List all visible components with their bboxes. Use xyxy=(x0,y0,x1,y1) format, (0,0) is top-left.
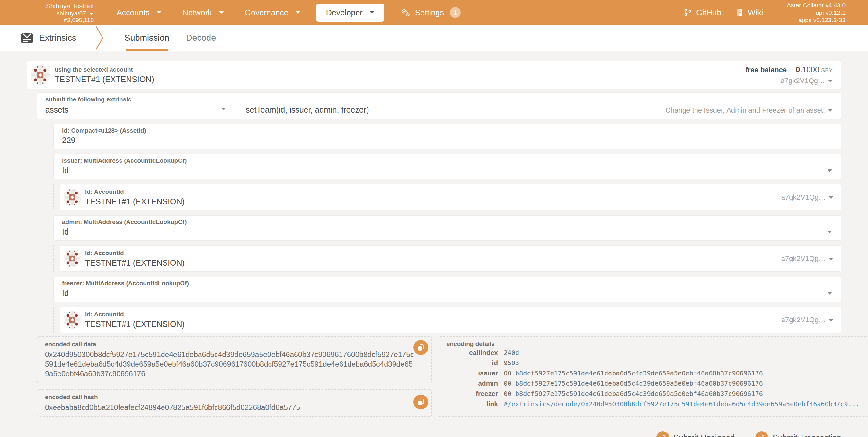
encoding-details-title: encoding details xyxy=(446,340,860,347)
param-admin-label: admin: MultiAddress (AccountIdLookupOf) xyxy=(62,218,833,226)
github-link[interactable]: GitHub xyxy=(684,8,721,17)
chevron-down-icon xyxy=(829,258,833,260)
account-address-select[interactable]: a7gk2V1Qg… xyxy=(781,193,833,201)
chevron-down-icon xyxy=(828,80,833,82)
menu-developer[interactable]: Developer xyxy=(316,3,384,22)
chevron-down-icon xyxy=(828,169,832,172)
account-identicon xyxy=(63,188,81,206)
main-menu: Accounts Network Governance Developer Se… xyxy=(106,0,471,25)
decode-link[interactable]: #/extrinsics/decode/0x240d950300b8dcf592… xyxy=(504,399,860,409)
account-address-select[interactable]: a7gk2V1Qg… xyxy=(746,77,833,85)
network-spec: shibuya/87 xyxy=(0,10,94,17)
breadcrumb-chevron xyxy=(95,25,104,51)
account-identicon xyxy=(63,249,81,268)
chevron-down-icon xyxy=(157,11,161,14)
app-window: Shibuya Testnet shibuya/87 #3,095,110 Ac… xyxy=(0,0,868,437)
chevron-down-icon xyxy=(370,11,374,14)
copy-icon xyxy=(417,398,425,406)
copy-icon xyxy=(417,344,425,351)
encoded-call-hash-value: 0xeebaba8cd0b5a210feafecf24894e07825a591… xyxy=(45,403,424,412)
extrinsics-icon xyxy=(20,31,34,45)
chevron-down-icon xyxy=(219,11,224,14)
menu-accounts[interactable]: Accounts xyxy=(106,0,172,25)
nested-param: Id: AccountId TESTNET#1 (EXTENSION) a7gk… xyxy=(53,307,841,333)
chevron-down-icon xyxy=(296,11,300,14)
extrinsic-selection-card: submit the following extrinsic assets se… xyxy=(37,92,841,119)
menu-network[interactable]: Network xyxy=(172,0,234,25)
freezer-account-row: Id: AccountId TESTNET#1 (EXTENSION) a7gk… xyxy=(60,307,841,333)
chevron-down-icon xyxy=(221,108,226,110)
chevron-down-icon xyxy=(828,292,832,295)
free-balance: free balance 0.1000SBY xyxy=(746,65,833,74)
wiki-link[interactable]: Wiki xyxy=(736,8,763,17)
param-id-label: id: Compact<u128> (AssetId) xyxy=(62,127,833,134)
book-icon xyxy=(736,8,744,17)
submit-unsigned-button[interactable]: Submit Unsigned xyxy=(656,431,735,437)
detail-row: callindex 240d xyxy=(446,347,860,358)
copy-call-data-button[interactable] xyxy=(413,340,428,355)
encoding-details-panel: encoding details callindex 240d id 9503 … xyxy=(437,336,868,417)
account-identicon xyxy=(63,311,81,329)
param-admin-select[interactable]: Id xyxy=(62,227,833,236)
network-selector[interactable]: Shibuya Testnet shibuya/87 #3,095,110 xyxy=(0,1,94,24)
encoded-call-hash-label: encoded call hash xyxy=(45,394,424,401)
app-title-extrinsics: Extrinsics xyxy=(20,25,76,51)
chevron-down-icon xyxy=(829,196,833,199)
encoded-call-data-box: encoded call data 0x240d950300b8dcf5927e… xyxy=(37,336,432,383)
account-info: using the selected account TESTNET#1 (EX… xyxy=(30,65,154,85)
menu-settings[interactable]: Settings 1 xyxy=(390,0,471,25)
free-balance-label: free balance xyxy=(746,66,787,74)
gears-icon xyxy=(400,8,411,17)
nested-param: Id: AccountId TESTNET#1 (EXTENSION) a7gk… xyxy=(53,184,841,210)
chevron-down-icon xyxy=(828,109,833,112)
account-label: using the selected account xyxy=(55,66,154,73)
sign-in-icon xyxy=(656,431,669,437)
selected-account-card: using the selected account TESTNET#1 (EX… xyxy=(27,61,841,89)
tab-decode[interactable]: Decode xyxy=(178,25,224,51)
apps-version: apps v0.123.2-33 xyxy=(787,16,845,24)
account-address-select[interactable]: a7gk2V1Qg… xyxy=(781,255,833,263)
method-select[interactable]: setTeam(id, issuer, admin, freezer) xyxy=(246,105,369,114)
detail-row: issuer 00 b8dcf5927e175c591de4e61deba6d5… xyxy=(446,368,860,378)
submit-actions: Submit Unsigned Submit Transaction xyxy=(27,431,841,437)
tabs: Submission Decode xyxy=(116,25,224,51)
extrinsic-label: submit the following extrinsic xyxy=(45,96,833,103)
node-version: Astar Collator v4.43.0 xyxy=(787,2,845,9)
free-balance-value: 0.1000SBY xyxy=(796,65,833,74)
param-issuer: issuer: MultiAddress (AccountIdLookupOf)… xyxy=(53,154,841,179)
encoded-call-data-label: encoded call data xyxy=(45,341,424,348)
section-select[interactable]: assets xyxy=(45,105,226,114)
admin-account-row: Id: AccountId TESTNET#1 (EXTENSION) a7gk… xyxy=(60,245,841,272)
param-freezer-select[interactable]: Id xyxy=(62,289,833,298)
sign-in-icon xyxy=(755,431,768,437)
version-info: Astar Collator v4.43.0 api v9.12.1 apps … xyxy=(787,2,845,24)
param-issuer-select[interactable]: Id xyxy=(62,166,833,175)
encoded-call-hash-box: encoded call hash 0xeebaba8cd0b5a210feaf… xyxy=(37,389,432,417)
method-description[interactable]: Change the Issuer, Admin and Freezer of … xyxy=(665,106,833,114)
submit-transaction-button[interactable]: Submit Transaction xyxy=(755,431,841,437)
param-freezer: freezer: MultiAddress (AccountIdLookupOf… xyxy=(53,276,841,302)
api-version: api v9.12.1 xyxy=(787,9,845,16)
param-id: id: Compact<u128> (AssetId) xyxy=(53,124,841,149)
encoded-call-data-value: 0x240d950300b8dcf5927e175c591de4e61deba6… xyxy=(45,350,424,379)
settings-badge: 1 xyxy=(450,7,461,18)
extrinsic-form: submit the following extrinsic assets se… xyxy=(27,92,841,417)
chevron-down-icon xyxy=(89,12,94,15)
network-name: Shibuya Testnet xyxy=(0,2,94,10)
git-branch-icon xyxy=(684,8,692,17)
chevron-down-icon xyxy=(828,231,832,233)
param-freezer-label: freezer: MultiAddress (AccountIdLookupOf… xyxy=(62,280,833,287)
tab-submission[interactable]: Submission xyxy=(116,25,178,51)
menu-governance[interactable]: Governance xyxy=(234,0,311,25)
best-block-number: #3,095,110 xyxy=(0,17,94,24)
issuer-account-row: Id: AccountId TESTNET#1 (EXTENSION) a7gk… xyxy=(60,184,841,210)
account-identicon xyxy=(30,65,50,85)
detail-row-link: link #/extrinsics/decode/0x240d950300b8d… xyxy=(446,399,860,409)
copy-call-hash-button[interactable] xyxy=(413,395,428,409)
param-issuer-label: issuer: MultiAddress (AccountIdLookupOf) xyxy=(62,157,833,164)
top-menubar: Shibuya Testnet shibuya/87 #3,095,110 Ac… xyxy=(0,0,868,25)
main-content: using the selected account TESTNET#1 (EX… xyxy=(0,51,868,437)
nested-param: Id: AccountId TESTNET#1 (EXTENSION) a7gk… xyxy=(53,245,841,272)
param-id-input[interactable] xyxy=(62,136,794,145)
account-address-select[interactable]: a7gk2V1Qg… xyxy=(781,316,833,324)
